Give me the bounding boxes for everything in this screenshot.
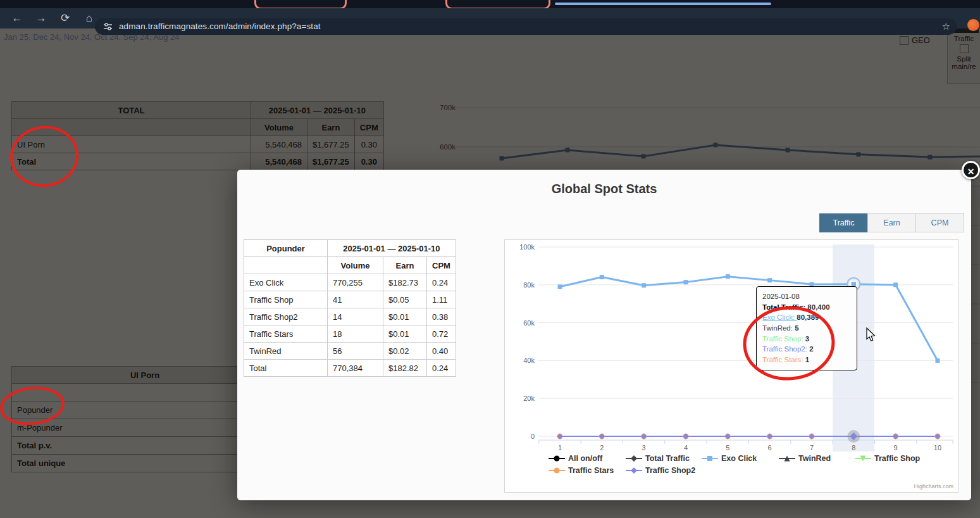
legend-item-traffic-stars[interactable]: Traffic Stars bbox=[549, 466, 614, 475]
legend-item-traffic-shop[interactable]: Traffic Shop bbox=[855, 454, 920, 463]
svg-text:0: 0 bbox=[531, 433, 535, 440]
modal-title: Global Spot Stats bbox=[237, 182, 971, 196]
svg-text:10: 10 bbox=[934, 444, 941, 452]
popunder-stats-table: Popunder 2025-01-01 — 2025-01-10 Volume … bbox=[244, 239, 456, 377]
url-text[interactable]: adman.trafficmagnates.com/admin/index.ph… bbox=[119, 22, 321, 31]
page-viewport: Jan 25, Dec 24, Nov 24, Oct 24, Sep 24, … bbox=[0, 28, 980, 518]
bookmark-star-icon[interactable]: ☆ bbox=[942, 21, 950, 32]
screen: ← → ⟳ ⌂ adman.trafficmagnates.com/admin/… bbox=[0, 0, 980, 518]
svg-text:40k: 40k bbox=[523, 357, 535, 364]
table-row: Traffic Shop214$0.010.38 bbox=[244, 308, 456, 325]
svg-text:5: 5 bbox=[726, 444, 729, 452]
svg-text:7: 7 bbox=[810, 444, 814, 452]
table-row: Traffic Stars18$0.010.72 bbox=[244, 325, 456, 343]
svg-text:8: 8 bbox=[852, 444, 855, 452]
spot-stats-chart[interactable]: 020k40k60k80k100k12345678910 All on/offT… bbox=[504, 239, 958, 493]
browser-tab-strip bbox=[0, 0, 980, 8]
svg-text:80k: 80k bbox=[523, 281, 535, 289]
tooltip-date: 2025-01-08 bbox=[762, 291, 851, 302]
svg-text:6: 6 bbox=[768, 444, 772, 452]
back-icon[interactable]: ← bbox=[9, 10, 25, 27]
svg-text:2: 2 bbox=[600, 444, 604, 452]
tab-cpm[interactable]: CPM bbox=[915, 213, 964, 232]
chart-tooltip: 2025-01-08 Total Traffic80,400 Exo Click… bbox=[756, 286, 857, 370]
close-icon[interactable]: ✕ bbox=[962, 161, 980, 179]
tab-earn[interactable]: Earn bbox=[867, 213, 916, 232]
svg-text:3: 3 bbox=[642, 444, 646, 452]
table-row: Exo Click770,255$182.730.24 bbox=[244, 274, 456, 291]
metric-tabs: Traffic Earn CPM bbox=[820, 213, 964, 232]
col-volume: Volume bbox=[328, 257, 383, 274]
popunder-table-title: Popunder bbox=[244, 240, 328, 257]
site-settings-icon[interactable] bbox=[103, 22, 113, 31]
svg-text:9: 9 bbox=[894, 444, 898, 452]
tab-traffic[interactable]: Traffic bbox=[819, 213, 868, 232]
address-bar[interactable]: adman.trafficmagnates.com/admin/index.ph… bbox=[95, 18, 957, 35]
legend-item-traffic-shop2[interactable]: Traffic Shop2 bbox=[626, 466, 695, 475]
browser-toolbar: ← → ⟳ ⌂ adman.trafficmagnates.com/admin/… bbox=[0, 8, 980, 28]
svg-text:100k: 100k bbox=[519, 243, 535, 251]
highcharts-credit[interactable]: Highcharts.com bbox=[914, 483, 953, 490]
svg-text:20k: 20k bbox=[523, 395, 535, 402]
reload-icon[interactable]: ⟳ bbox=[57, 10, 73, 27]
legend-item-exo-click[interactable]: Exo Click bbox=[702, 454, 757, 463]
legend-item-total-traffic[interactable]: Total Traffic bbox=[626, 454, 690, 463]
legend-item-all-on-off[interactable]: All on/off bbox=[549, 454, 602, 463]
popunder-table-daterange: 2025-01-01 — 2025-01-10 bbox=[328, 240, 456, 257]
col-cpm: CPM bbox=[427, 257, 456, 274]
table-total-row: Total770,384$182.820.24 bbox=[244, 360, 456, 377]
forward-icon[interactable]: → bbox=[33, 10, 49, 27]
svg-text:60k: 60k bbox=[523, 319, 535, 327]
svg-text:4: 4 bbox=[684, 444, 688, 452]
table-row: TwinRed56$0.020.40 bbox=[244, 343, 456, 360]
global-spot-stats-modal: ✕ Global Spot Stats Traffic Earn CPM Pop… bbox=[237, 170, 971, 500]
legend-item-twinred[interactable]: TwinRed bbox=[779, 454, 831, 463]
table-row: Traffic Shop41$0.051.11 bbox=[244, 291, 456, 308]
svg-text:1: 1 bbox=[558, 444, 562, 452]
active-tab-underline bbox=[555, 3, 771, 5]
col-earn: Earn bbox=[383, 257, 427, 274]
profile-avatar[interactable] bbox=[967, 19, 979, 31]
